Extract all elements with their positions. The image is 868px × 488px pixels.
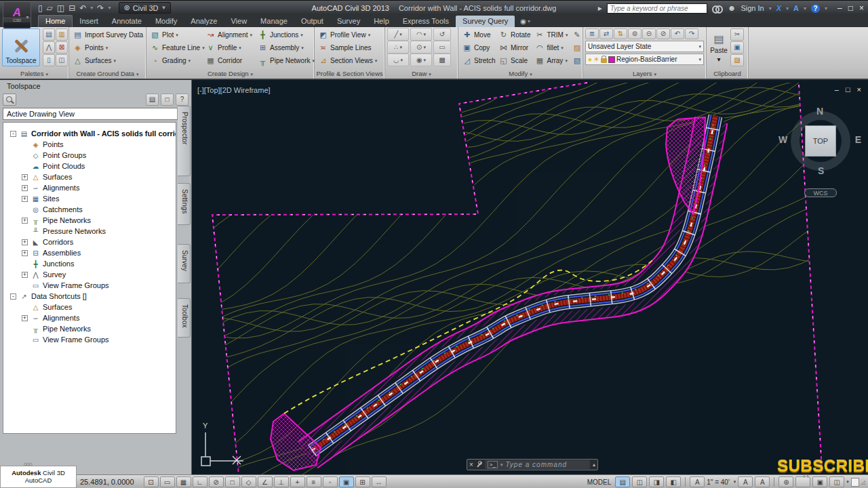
undo-button[interactable]: ↶ [79,3,86,13]
polar-tracking-toggle[interactable]: ⊘ [209,476,224,487]
model-button[interactable]: ▤ [615,476,630,487]
tool-palettes-button[interactable]: ▥ [56,28,68,41]
search-arrow-icon[interactable]: ▸ [598,3,602,13]
points-button[interactable]: ◈ Points▾ [71,41,144,54]
tree-item-ds-pipe-networks[interactable]: ╥ Pipe Networks [3,323,176,334]
layout-button[interactable]: ◫ [632,476,647,487]
save-button[interactable]: ◫ [57,3,64,13]
ortho-mode-toggle[interactable]: ∟ [193,476,208,487]
tab-express-tools[interactable]: Express Tools [396,16,456,27]
grading-button[interactable]: ◔ Grading▾ [149,54,203,67]
isolate-objects-button[interactable]: ▣ [812,476,827,487]
layer-off-button[interactable]: ↶ [671,28,684,39]
rotate-button[interactable]: ↻Rotate [497,28,532,41]
restore-button[interactable]: □ [846,85,850,94]
match-properties-button[interactable]: ✎ [570,28,583,41]
redo-button[interactable]: ↷ [97,3,104,13]
expand-toggle[interactable]: + [22,315,28,321]
tree-item-data-shortcuts[interactable]: - ↗ Data Shortcuts [] [3,291,176,302]
minimize-button[interactable]: – [837,3,842,13]
tab-survey-query[interactable]: Survey Query [456,16,515,27]
tab-output[interactable]: Output [294,16,330,27]
chevron-down-icon[interactable]: ▾ [786,5,789,12]
panel-label-create-ground-data[interactable]: Create Ground Data▾ [69,69,146,79]
mirror-button[interactable]: ⋈Mirror [497,41,532,54]
viewcube-west[interactable]: W [778,134,787,145]
expand-toggle[interactable]: + [22,239,28,245]
panel-label-clipboard[interactable]: Clipboard [707,69,748,79]
undo-dropdown[interactable]: ▾ [90,5,93,11]
panel-label-draw[interactable]: Draw▾ [385,69,458,79]
tab-manage[interactable]: Manage [254,16,294,27]
quick-view-drawings-button[interactable]: ◧ [666,476,681,487]
tree-item-drawing[interactable]: - ▤ Corridor with Wall - ACIS solids ful… [3,128,176,139]
object-snap-tracking-toggle[interactable]: ∠ [258,476,273,487]
new-file-button[interactable]: ▯ [38,3,43,13]
layer-prev-button[interactable]: ⇅ [614,28,627,39]
rectangle-button[interactable]: ▭ [433,41,451,54]
tab-help[interactable]: Help [367,16,396,27]
dynamic-input-toggle[interactable]: + [290,476,305,487]
profile-button[interactable]: ∨ Profile▾ [204,41,255,54]
tree-item-survey[interactable]: + ⋀ Survey [3,269,176,280]
chevron-down-icon[interactable]: ▾ [769,5,772,12]
binoculars-search-icon[interactable] [712,4,723,12]
edit-hatch-button[interactable]: ▨ [570,41,583,54]
plot-button[interactable]: ▧ Plot▾ [149,28,203,41]
layer-unisolate-button[interactable]: ⊝ [642,28,656,39]
alignment-button[interactable]: ↝ Alignment▾ [204,28,255,41]
tab-view[interactable]: View [224,16,254,27]
drawing-viewport[interactable]: [-][Top][2D Wireframe] – □ × [192,80,868,474]
sign-in-link[interactable]: Sign In [741,4,764,12]
tree-item-view-frame-groups[interactable]: ▭ View Frame Groups [3,280,176,291]
expand-toggle[interactable]: + [22,185,28,191]
tree-item-pressure-networks[interactable]: ╨ Pressure Networks [3,226,176,237]
survey-palette-button[interactable]: ⋀ [43,41,55,54]
tab-insert[interactable]: Insert [73,16,105,27]
fillet-button[interactable]: ◠fillet▾ [533,41,569,54]
search-icon[interactable] [3,94,16,106]
viewcube-east[interactable]: E [855,134,861,145]
command-line[interactable]: × >_ ▾ Type a command ▴ [467,459,598,470]
copy-button[interactable]: ▣Copy [460,41,496,54]
open-file-button[interactable]: ▱ [47,3,53,13]
viewcube[interactable]: N W E S TOP WCS [791,111,850,171]
paste-special-button[interactable]: ▨ [730,54,744,66]
layer-dropdown[interactable]: ● ☀ Region-BasicBarrier ▾ [585,54,704,65]
tree-item-ds-view-frame-groups[interactable]: ▭ View Frame Groups [3,334,176,345]
junctions-button[interactable]: ╋ Junctions▾ [256,28,312,41]
search-input[interactable] [607,3,707,14]
content-browser-button[interactable]: ◫ [56,54,68,66]
selection-cycling-toggle[interactable]: ⊞ [355,476,370,487]
tab-settings[interactable]: Settings [178,183,191,225]
print-button[interactable]: ⊟ [68,3,75,13]
expand-toggle[interactable]: - [10,131,16,137]
annotation-scale-value[interactable]: 1" = 40' [707,479,730,486]
tab-home[interactable]: Home [38,15,73,27]
tab-survey[interactable]: Survey [178,244,191,283]
3d-object-snap-toggle[interactable]: ◇ [241,476,256,487]
annotation-monitor-toggle[interactable]: ↔ [372,476,387,487]
tree-item-point-groups[interactable]: ◇ Point Groups [3,150,176,161]
close-button[interactable]: × [857,85,861,94]
import-survey-data-button[interactable]: ▤ Import Survey Data [71,28,144,41]
layer-isolate-button[interactable]: ⊜ [628,28,642,39]
tree-item-point-clouds[interactable]: ☁ Point Clouds [3,161,176,171]
viewcube-top-face[interactable]: TOP [805,125,836,157]
chevron-down-icon[interactable]: ▾ [804,5,806,12]
record-button[interactable]: ◉ ▾ [520,18,530,27]
application-menu-button[interactable]: A C3D ▼ [3,1,31,28]
overkill-button[interactable]: ▧ [570,54,583,67]
preview-toggle-button[interactable]: □ [161,94,174,106]
command-input[interactable]: >_ ▾ Type a command [485,460,590,469]
restore-button[interactable]: □ [848,3,853,13]
close-icon[interactable]: × [469,461,473,468]
array-button[interactable]: ▦Array▾ [533,54,569,67]
layer-freeze-button[interactable]: ⊘ [656,28,670,39]
workspace-gear-button[interactable]: ⊛ [778,476,793,487]
autodesk-360-icon[interactable]: A [793,4,799,12]
stretch-button[interactable]: ◿Stretch [460,54,496,67]
section-views-button[interactable]: ⊿ Section Views▾ [317,54,382,67]
assembly-button[interactable]: ⊞ Assembly▾ [256,41,312,54]
expand-toggle[interactable]: + [22,272,28,278]
